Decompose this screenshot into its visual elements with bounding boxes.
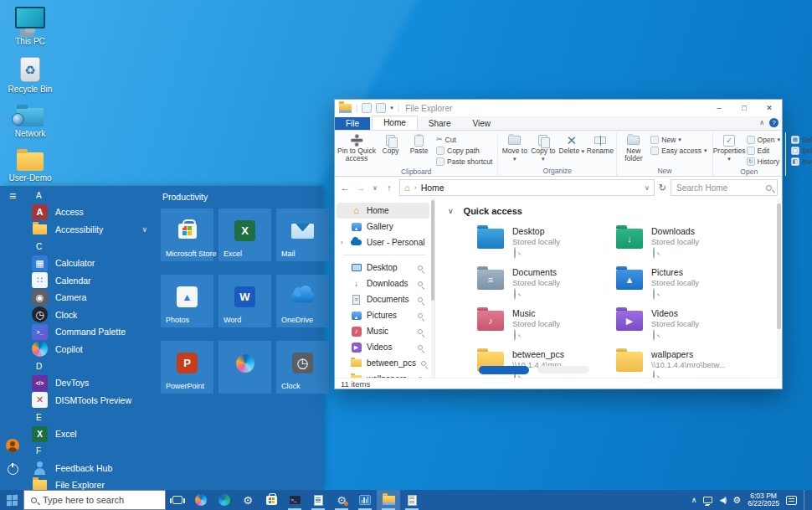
close-button[interactable]: ✕ <box>757 100 782 116</box>
app-list-item-dismtools[interactable]: ✕ DISMTools Preview <box>25 392 156 410</box>
cut-button[interactable]: ✂ Cut <box>434 134 495 145</box>
quick-access-toolbar-properties-icon[interactable] <box>362 103 372 113</box>
tile-photos[interactable]: ▲ Photos <box>161 275 213 327</box>
copy-path-button[interactable]: Copy path <box>434 145 495 156</box>
tile-clock[interactable]: ◷ Clock <box>276 341 329 394</box>
breadcrumb[interactable]: Home <box>421 183 640 193</box>
tab-view[interactable]: View <box>462 117 502 130</box>
start-button[interactable] <box>0 490 23 510</box>
refresh-icon[interactable]: ↻ <box>659 183 666 193</box>
quick-access-item-pictures[interactable]: ▲ Pictures Stored locally <box>614 265 753 301</box>
forward-button[interactable]: → <box>355 183 367 193</box>
easy-access-button[interactable]: Easy access ▾ <box>648 145 709 156</box>
taskbar-copilot-button[interactable] <box>189 490 213 510</box>
volume-tray-icon[interactable]: ◀) <box>719 490 726 510</box>
tile-group-header[interactable]: Productivity <box>162 192 329 202</box>
move-to-button[interactable]: Move to ▾ <box>501 132 528 162</box>
app-list-item-file-explorer[interactable]: File Explorer <box>25 477 156 490</box>
sidebar-item-music[interactable]: ♪ Music <box>337 323 429 339</box>
copy-to-button[interactable]: Copy to ▾ <box>529 132 557 162</box>
sidebar-item-pictures[interactable]: ▲ Pictures <box>337 307 429 323</box>
content-scrollbar[interactable] <box>777 198 781 378</box>
show-desktop-button[interactable] <box>804 490 807 510</box>
desktop-icon-network[interactable]: Network <box>3 105 57 138</box>
app-list-item-accessibility[interactable]: Accessibility ∨ <box>25 221 156 239</box>
hamburger-menu-icon[interactable]: ≡ <box>9 190 16 202</box>
taskbar-dismtools-button[interactable]: ⚙ <box>330 490 353 510</box>
tab-share[interactable]: Share <box>418 117 462 130</box>
sidebar-item-desktop[interactable]: Desktop <box>337 260 429 276</box>
taskbar-store-button[interactable] <box>260 490 283 510</box>
tile-excel[interactable]: X Excel <box>218 209 271 261</box>
taskbar-terminal-button[interactable]: >_ <box>283 490 306 510</box>
new-item-button[interactable]: New ▾ <box>648 134 709 145</box>
sidebar-item-documents[interactable]: ≡ Documents <box>337 291 429 307</box>
tile-copilot[interactable] <box>218 341 271 394</box>
recent-locations-icon[interactable]: ∨ <box>371 184 379 192</box>
quick-access-item-desktop[interactable]: Desktop Stored locally <box>475 224 614 260</box>
app-list-letter-header[interactable]: E <box>25 409 156 425</box>
customize-quick-access-toolbar-icon[interactable]: ▾ <box>390 105 393 111</box>
sidebar-item-between-pcs[interactable]: between_pcs <box>337 355 429 371</box>
network-tray-icon[interactable] <box>703 490 712 510</box>
maximize-button[interactable]: □ <box>732 100 757 116</box>
quick-access-item-documents[interactable]: ≡ Documents Stored locally <box>475 265 614 301</box>
paste-shortcut-button[interactable]: Paste shortcut <box>434 156 495 167</box>
sidebar-item-gallery[interactable]: ▲ Gallery <box>337 219 429 234</box>
open-button[interactable]: Open ▾ <box>744 134 783 145</box>
taskbar-clock[interactable]: 6:03 PM 6/22/2025 <box>748 492 779 507</box>
app-list-letter-header[interactable]: D <box>25 358 156 374</box>
quick-access-item-wallpapers[interactable]: wallpapers \\10.1.4.4\mro\betw... <box>614 348 753 378</box>
taskbar-text-document-button[interactable] <box>400 490 424 510</box>
sidebar-item-wallpapers[interactable]: wallpapers <box>337 371 429 378</box>
app-list-item-clock[interactable]: ◷ Clock <box>25 307 156 324</box>
up-button[interactable]: ↑ <box>383 183 395 193</box>
minimize-button[interactable]: – <box>707 100 732 116</box>
quick-access-item-downloads[interactable]: ↓ Downloads Stored locally <box>614 224 753 260</box>
help-icon[interactable]: ? <box>769 118 779 127</box>
expand-chevron-icon[interactable]: › <box>341 239 343 246</box>
address-bar[interactable]: ⌂ › Home ∨ <box>399 179 655 196</box>
select-none-button[interactable]: ▢ Select none <box>789 145 812 156</box>
settings-tray-icon[interactable]: ⚙ <box>732 490 741 510</box>
history-button[interactable]: ↻ History <box>744 156 783 167</box>
action-center-button[interactable] <box>786 490 797 510</box>
app-list-item-calendar[interactable]: ∷ Calendar <box>25 272 156 290</box>
delete-button[interactable]: ✕ Delete ▾ <box>558 132 585 155</box>
quick-access-toolbar-new-folder-icon[interactable] <box>376 103 386 113</box>
title-bar[interactable]: | ▾ | File Explorer – □ ✕ <box>335 100 782 116</box>
sidebar-item-downloads[interactable]: ↓ Downloads <box>337 276 429 291</box>
tile-powerpoint[interactable]: P PowerPoint <box>161 341 213 394</box>
rename-button[interactable]: Rename <box>586 132 614 155</box>
back-button[interactable]: ← <box>339 183 351 193</box>
app-list-item-command-palette[interactable]: >_ Command Palette <box>25 323 156 341</box>
search-box[interactable]: Search Home <box>671 179 778 196</box>
tab-home[interactable]: Home <box>372 116 418 130</box>
tab-file[interactable]: File <box>335 117 370 130</box>
new-folder-button[interactable]: New folder <box>619 132 647 162</box>
taskbar-notepad-button[interactable] <box>306 490 330 510</box>
app-list-item-copilot[interactable]: Copilot <box>25 341 156 358</box>
taskbar-task-manager-button[interactable] <box>353 490 377 510</box>
quick-access-item-music[interactable]: ♪ Music Stored locally <box>475 307 614 342</box>
power-button[interactable] <box>8 464 18 475</box>
sidebar-item-onedrive-personal[interactable]: › User - Personal <box>337 234 429 250</box>
sidebar-item-home[interactable]: ⌂ Home <box>337 203 429 219</box>
invert-selection-button[interactable]: ◧ Invert selection <box>789 156 812 167</box>
tile-word[interactable]: W Word <box>218 275 271 327</box>
address-dropdown-icon[interactable]: ∨ <box>645 184 650 192</box>
app-list-item-excel[interactable]: X Excel <box>25 425 156 443</box>
quick-access-section-header[interactable]: ∨ Quick access <box>448 206 782 216</box>
task-view-button[interactable] <box>166 490 189 510</box>
sidebar-item-videos[interactable]: ▶ Videos <box>337 339 429 355</box>
tile-onedrive[interactable]: OneDrive <box>276 275 329 327</box>
pin-to-quick-access-button[interactable]: ➗ Pin to Quick access <box>337 132 376 162</box>
app-list-letter-header[interactable]: F <box>25 443 156 460</box>
app-list-letter-header[interactable]: A <box>25 187 156 203</box>
select-all-button[interactable]: ▦ Select all <box>789 134 812 145</box>
edit-button[interactable]: Edit <box>744 145 783 156</box>
hidden-icons-chevron[interactable]: ∧ <box>691 490 697 510</box>
copy-button[interactable]: Copy <box>377 132 404 155</box>
app-list-item-devtoys[interactable]: </> DevToys <box>25 374 156 392</box>
desktop-icon-user-demo[interactable]: User-Demo <box>3 149 57 183</box>
